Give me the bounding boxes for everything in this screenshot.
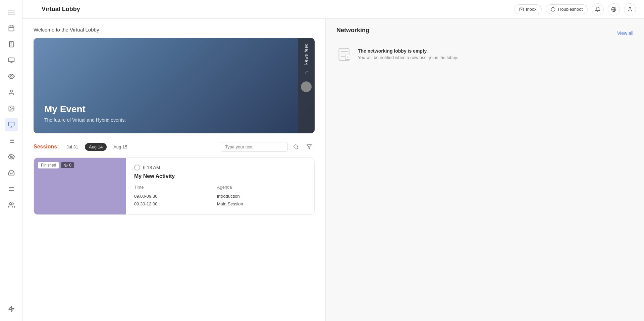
hero-event-tagline: The future of Virtual and Hybrid events. bbox=[44, 117, 126, 123]
session-time-value: 6:18 AM bbox=[143, 165, 160, 170]
sidebar-bottom-icon[interactable] bbox=[5, 302, 18, 316]
svg-rect-0 bbox=[8, 10, 15, 10]
hero-banner: My Event The future of Virtual and Hybri… bbox=[34, 38, 315, 133]
session-thumbnail: Finished 0 bbox=[34, 158, 126, 214]
page-title: Virtual Lobby bbox=[42, 6, 80, 12]
svg-point-40 bbox=[294, 145, 298, 148]
sidebar-image-icon[interactable] bbox=[5, 102, 18, 115]
agenda-time-2: 09.30-12.00 bbox=[134, 200, 217, 208]
agenda-topic-1: Introduction bbox=[217, 192, 306, 200]
agenda-header-topic: Agenda bbox=[217, 185, 306, 192]
bell-button[interactable] bbox=[592, 3, 604, 15]
svg-point-15 bbox=[10, 90, 12, 92]
sidebar-calendar-icon[interactable] bbox=[5, 21, 18, 35]
main-content: Welcome to the Virtual Lobby My Event Th… bbox=[23, 19, 325, 321]
search-input[interactable] bbox=[221, 142, 288, 152]
networking-empty-subtitle: You will be notified when a new user joi… bbox=[358, 55, 458, 60]
filter-button[interactable] bbox=[304, 141, 315, 152]
hero-text: My Event The future of Virtual and Hybri… bbox=[44, 104, 126, 123]
svg-rect-2 bbox=[8, 14, 15, 14]
sidebar-eye-icon[interactable] bbox=[5, 70, 18, 83]
sidebar-menu-icon[interactable] bbox=[5, 5, 18, 19]
svg-rect-18 bbox=[8, 122, 14, 126]
svg-rect-48 bbox=[345, 55, 350, 60]
agenda-topic-2: Main Session bbox=[217, 200, 306, 208]
session-agenda: Time Agenda 09.00-09.30 Introduction 09.… bbox=[134, 185, 306, 208]
date-tabs: Jul 31 Aug 14 Aug 15 bbox=[62, 143, 131, 151]
sessions-search bbox=[221, 141, 315, 152]
sidebar-lines-icon[interactable] bbox=[5, 182, 18, 196]
date-tab-jul31[interactable]: Jul 31 bbox=[62, 143, 82, 151]
svg-rect-1 bbox=[8, 12, 15, 12]
agenda-row: 09.00-09.30 Introduction bbox=[134, 192, 306, 200]
avatar bbox=[301, 81, 312, 92]
expand-icon[interactable]: ⤢ bbox=[304, 69, 308, 75]
networking-title: Networking bbox=[336, 27, 369, 34]
svg-line-41 bbox=[297, 148, 298, 149]
agenda-header-time: Time bbox=[134, 185, 217, 192]
networking-empty-text: The networking lobby is empty. You will … bbox=[358, 48, 458, 60]
svg-point-17 bbox=[10, 107, 10, 108]
svg-point-39 bbox=[629, 7, 631, 9]
networking-empty-icon bbox=[336, 46, 353, 62]
finished-badge: Finished bbox=[38, 162, 59, 169]
hero-event-name: My Event bbox=[44, 104, 126, 115]
svg-rect-11 bbox=[8, 58, 14, 62]
view-all-button[interactable]: View all bbox=[617, 30, 633, 36]
session-badge: Finished 0 bbox=[38, 162, 74, 169]
sessions-header: Sessions Jul 31 Aug 14 Aug 15 bbox=[34, 141, 315, 152]
news-feed-panel: News feed ⤢ bbox=[298, 38, 315, 133]
sidebar-group-icon[interactable] bbox=[5, 198, 18, 212]
sidebar-list-icon[interactable] bbox=[5, 134, 18, 147]
sessions-header-row: Sessions Jul 31 Aug 14 Aug 15 bbox=[34, 143, 131, 151]
agenda-time-1: 09.00-09.30 bbox=[134, 192, 217, 200]
networking-empty: The networking lobby is empty. You will … bbox=[336, 39, 633, 69]
welcome-text: Welcome to the Virtual Lobby bbox=[34, 27, 315, 33]
svg-point-43 bbox=[65, 165, 66, 166]
view-count: 0 bbox=[69, 163, 71, 168]
session-card: Finished 0 6:18 AM My New Activity bbox=[34, 157, 315, 215]
top-bar: Virtual Lobby Inbox Troubleshoot bbox=[23, 0, 644, 19]
time-circle-icon bbox=[134, 165, 140, 171]
troubleshoot-label: Troubleshoot bbox=[557, 7, 583, 12]
globe-button[interactable] bbox=[608, 3, 620, 15]
sidebar-eye-alt-icon[interactable] bbox=[5, 150, 18, 164]
sidebar-inbox-icon[interactable] bbox=[5, 166, 18, 180]
date-tab-aug15[interactable]: Aug 15 bbox=[109, 143, 131, 151]
session-info: 6:18 AM My New Activity Time Agenda bbox=[126, 158, 314, 214]
session-time: 6:18 AM bbox=[134, 165, 306, 171]
svg-marker-33 bbox=[9, 306, 14, 312]
svg-rect-3 bbox=[9, 26, 14, 31]
agenda-row: 09.30-12.00 Main Session bbox=[134, 200, 306, 208]
user-button[interactable] bbox=[624, 3, 636, 15]
sidebar-person-icon[interactable] bbox=[5, 86, 18, 99]
svg-point-32 bbox=[9, 203, 12, 205]
top-bar-actions: Inbox Troubleshoot bbox=[514, 3, 636, 15]
right-panel: Networking View all The netw bbox=[325, 19, 644, 321]
view-badge: 0 bbox=[61, 162, 74, 168]
sidebar-clipboard-icon[interactable] bbox=[5, 38, 18, 51]
networking-header: Networking View all bbox=[336, 27, 633, 39]
svg-point-14 bbox=[10, 76, 12, 77]
date-tab-aug14[interactable]: Aug 14 bbox=[85, 143, 107, 151]
svg-marker-42 bbox=[307, 145, 311, 149]
troubleshoot-button[interactable]: Troubleshoot bbox=[546, 4, 588, 14]
sidebar-monitor-icon[interactable] bbox=[5, 54, 18, 67]
sidebar bbox=[0, 0, 23, 321]
news-feed-label[interactable]: News feed bbox=[304, 43, 309, 65]
inbox-label: Inbox bbox=[526, 7, 537, 12]
search-button[interactable] bbox=[290, 141, 301, 152]
sidebar-screen-icon[interactable] bbox=[5, 118, 18, 131]
inbox-button[interactable]: Inbox bbox=[514, 4, 542, 14]
sessions-title: Sessions bbox=[34, 144, 57, 150]
networking-empty-title: The networking lobby is empty. bbox=[358, 48, 458, 54]
session-name: My New Activity bbox=[134, 173, 306, 179]
